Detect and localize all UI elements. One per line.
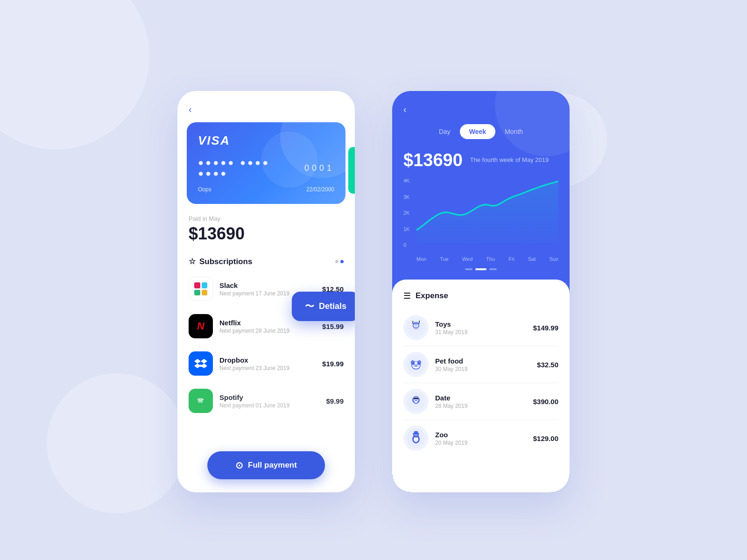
netflix-price: $15.99 (322, 322, 344, 330)
svg-point-12 (416, 364, 417, 364)
dropbox-date: Next payment 23 June 2019 (219, 365, 316, 371)
x-label-wed: Wed (462, 256, 472, 262)
line-chart (416, 178, 558, 244)
dropbox-logo (189, 351, 213, 376)
bg-decoration-2 (47, 373, 187, 513)
date-name: Date (435, 394, 527, 402)
star-icon: ☆ (189, 257, 196, 266)
full-payment-button[interactable]: ⊙ Full payment (207, 451, 325, 479)
card-name: Oops (198, 186, 211, 193)
x-label-mon: Mon (416, 256, 426, 262)
back-button-phone2[interactable]: ‹ (403, 104, 407, 115)
phone2-top: ‹ Day Week Month $13690 The fourth week … (392, 91, 570, 280)
subscription-item-spotify[interactable]: Spotify Next payment 01 June 2019 $9.99 (177, 382, 355, 420)
date-amount: $390.00 (533, 398, 558, 406)
netflix-date: Next payment 28 June 2019 (219, 328, 316, 334)
card-logo: VISA (198, 133, 334, 148)
page-dot-2[interactable] (475, 268, 486, 270)
phone1-header: ‹ (177, 91, 355, 122)
x-label-thu: Thu (486, 256, 495, 262)
phones-container: ‹ VISA ●●●●● ●●●● ●●●● 0001 Oops 22/02/2… (177, 68, 570, 492)
spotify-price: $9.99 (326, 397, 344, 405)
paid-label: Paid in May (189, 215, 245, 222)
details-button[interactable]: 〜 Detials (292, 292, 355, 321)
date-date: 28 May 2019 (435, 403, 527, 409)
expense-item-toys[interactable]: Toys 31 May 2019 $149.99 (403, 309, 558, 346)
dropbox-price: $19.99 (322, 360, 344, 368)
subscription-item-dropbox[interactable]: Dropbox Next payment 23 June 2019 $19.99 (177, 345, 355, 382)
toys-date: 31 May 2019 (435, 329, 527, 336)
sub-dot-1 (335, 260, 338, 263)
card-last-digits: 0001 (304, 163, 334, 173)
y-label-1k: 1K (403, 226, 409, 232)
date-icon (403, 389, 429, 414)
petfood-info: Pet food 30 May 2019 (435, 357, 530, 372)
full-payment-label: Full payment (248, 461, 297, 470)
phone2-period-label: The fourth week of May 2019 (470, 156, 549, 164)
chart-x-labels: Mon Tue Wed Thu Fri Sat Sun (416, 256, 558, 262)
subscriptions-title: ☆ Subscriptions (189, 257, 252, 266)
svg-point-4 (415, 325, 416, 326)
svg-point-27 (416, 434, 417, 435)
x-label-sun: Sun (549, 256, 558, 262)
back-button-phone1[interactable]: ‹ (189, 104, 192, 115)
amount-row: $13690 The fourth week of May 2019 (403, 150, 558, 170)
zoo-date: 20 May 2019 (435, 440, 527, 446)
tab-week[interactable]: Week (460, 124, 495, 139)
expense-item-petfood[interactable]: Pet food 30 May 2019 $32.50 (403, 346, 558, 383)
spotify-info: Spotify Next payment 01 June 2019 (219, 393, 319, 409)
sub-dot-2 (340, 260, 344, 263)
card-footer: Oops 22/02/2000 (198, 186, 334, 193)
phone-2: ‹ Day Week Month $13690 The fourth week … (392, 91, 570, 492)
card-dots: ●●●●● ●●●● ●●●● 0001 (198, 157, 334, 179)
phone-1: ‹ VISA ●●●●● ●●●● ●●●● 0001 Oops 22/02/2… (177, 91, 355, 492)
card-side-decoration (348, 147, 355, 194)
expense-item-zoo[interactable]: Zoo 20 May 2019 $129.00 (403, 420, 558, 456)
expense-title: Expense (416, 291, 448, 301)
expense-header: ☰ Expense (403, 291, 558, 301)
page-dot-1[interactable] (465, 268, 472, 270)
y-label-3k: 3K (403, 194, 409, 200)
netflix-logo: N (189, 314, 213, 338)
svg-point-13 (415, 365, 417, 366)
page-dot-3[interactable] (489, 268, 497, 270)
svg-point-0 (195, 395, 206, 406)
spotify-logo (189, 389, 213, 413)
toys-icon (403, 315, 429, 340)
chart-area: 4K 3K 2K 1K 0 (403, 178, 558, 262)
paid-section: Paid in May $13690 (177, 204, 355, 249)
y-label-0: 0 (403, 242, 409, 248)
bg-decoration-1 (0, 0, 149, 149)
subscriptions-label: Subscriptions (199, 257, 252, 266)
tab-month[interactable]: Month (495, 124, 532, 139)
details-chart-icon: 〜 (305, 300, 314, 313)
pagination-dots (403, 262, 558, 280)
details-label: Detials (319, 301, 346, 311)
period-tabs: Day Week Month (403, 124, 558, 139)
spotify-name: Spotify (219, 393, 319, 401)
card-dots-masked: ●●●●● ●●●● ●●●● (198, 157, 299, 179)
zoo-amount: $129.00 (533, 434, 558, 442)
face-id-icon: ⊙ (235, 460, 243, 471)
phone2-amount: $13690 (403, 150, 463, 170)
toys-amount: $149.99 (533, 324, 558, 332)
paid-amount: $13690 (189, 224, 245, 244)
chart-y-labels: 4K 3K 2K 1K 0 (403, 178, 409, 248)
svg-point-5 (416, 325, 417, 326)
dropbox-name: Dropbox (219, 356, 316, 364)
expense-item-date[interactable]: Date 28 May 2019 $390.00 (403, 383, 558, 420)
petfood-name: Pet food (435, 357, 530, 365)
slack-logo (189, 277, 213, 301)
petfood-icon (403, 352, 429, 377)
card-expiry: 22/02/2000 (306, 186, 334, 193)
dropbox-info: Dropbox Next payment 23 June 2019 (219, 356, 316, 371)
tab-day[interactable]: Day (430, 124, 460, 139)
subscriptions-header: ☆ Subscriptions (177, 249, 355, 270)
svg-point-11 (414, 364, 415, 364)
subscriptions-more[interactable] (335, 260, 344, 263)
petfood-amount: $32.50 (537, 361, 558, 369)
credit-card: VISA ●●●●● ●●●● ●●●● 0001 Oops 22/02/200… (187, 122, 345, 204)
phone2-bottom: ☰ Expense (392, 280, 570, 492)
y-label-4k: 4K (403, 178, 409, 183)
date-info: Date 28 May 2019 (435, 394, 527, 409)
